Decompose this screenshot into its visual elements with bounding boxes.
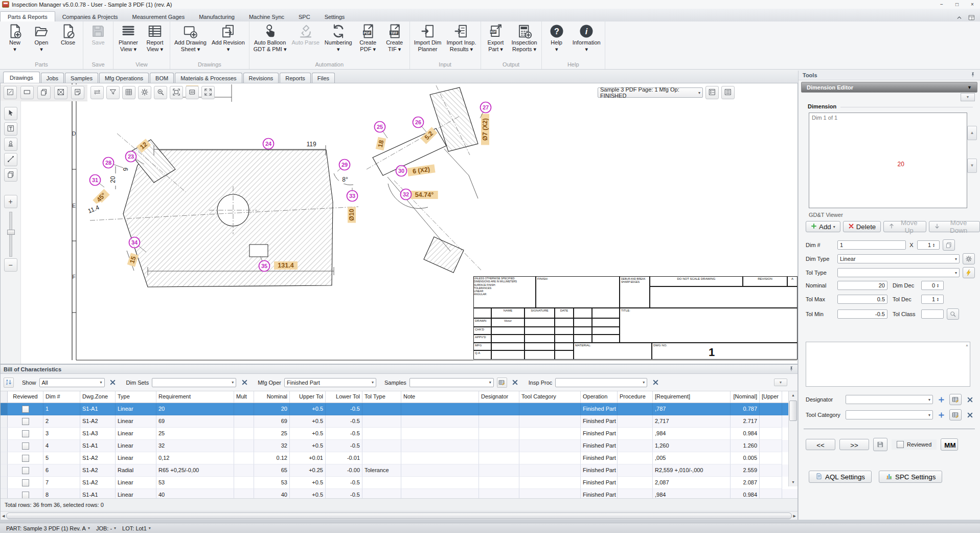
status-part[interactable]: PART: Sample 3 PDF (1) Rev. A▾	[4, 525, 92, 531]
tab-revisions[interactable]: Revisions	[243, 73, 279, 83]
clear-inspproc-filter-icon[interactable]	[650, 377, 660, 388]
column-header-procedure[interactable]: Procedure	[618, 391, 653, 403]
previous-dim-button[interactable]: <<	[806, 439, 835, 450]
reviewed-checkbox[interactable]	[22, 430, 29, 437]
column-header-nominal[interactable]: [Nominal]	[731, 391, 760, 403]
nominal-input[interactable]	[837, 281, 887, 290]
preview-scroll-down-button[interactable]: ▼	[967, 159, 977, 173]
show-filter-combo[interactable]: All▾	[39, 378, 105, 387]
reviewed-checkbox[interactable]	[22, 442, 29, 450]
column-header-designator[interactable]: Designator	[479, 391, 519, 403]
scroll-down-icon[interactable]: ▼	[791, 478, 795, 486]
auto-balloon-gdt-pmi-button[interactable]: Auto Balloon GDT & PMI ▾	[251, 22, 289, 61]
reviewed-checkbox[interactable]	[22, 455, 29, 462]
balloon-24[interactable]: 24	[263, 139, 274, 149]
tool-category-combo[interactable]: ▾	[846, 410, 933, 419]
delete-region-button[interactable]	[54, 86, 67, 99]
menu-tab-measurement-gages[interactable]: Measurement Gages	[125, 12, 192, 21]
select-button[interactable]	[4, 107, 17, 120]
duplicate-dim-button[interactable]	[943, 239, 955, 251]
numbering-button[interactable]: Numbering ▾	[322, 22, 355, 61]
pin-icon[interactable]	[788, 366, 794, 373]
designator-list-button[interactable]	[949, 394, 962, 405]
dimension-notes-box[interactable]: ▲	[806, 342, 970, 387]
menu-tab-parts-reports[interactable]: Parts & Reports	[0, 11, 55, 22]
tol-max-input[interactable]	[837, 295, 887, 304]
samples-grid-button[interactable]	[497, 377, 507, 388]
dimsets-filter-combo[interactable]: ▾	[152, 378, 236, 387]
tol-min-input[interactable]	[837, 309, 887, 319]
stamp-button[interactable]	[4, 138, 17, 151]
dim-type-settings-button[interactable]	[963, 253, 975, 264]
dim-mult-stepper[interactable]: 1▲▼	[917, 240, 940, 250]
save-dim-button[interactable]	[873, 438, 887, 451]
zoom-slider[interactable]	[9, 212, 12, 257]
scroll-right-icon[interactable]: ▶	[793, 514, 796, 518]
fit-page-button[interactable]	[170, 86, 183, 99]
tab-jobs[interactable]: Jobs	[41, 73, 64, 83]
grid-button[interactable]	[122, 86, 135, 99]
fullscreen-button[interactable]	[201, 86, 215, 99]
information-button[interactable]: iInformation ▾	[570, 22, 603, 61]
dimension-editor-header[interactable]: Dimension Editor▼	[801, 82, 977, 93]
table-row[interactable]: 4S1-A1Linear3232+0.5-0.5Finished Part1,2…	[1, 440, 797, 452]
samples-filter-combo[interactable]: ▾	[409, 378, 494, 387]
report-view-button[interactable]: Report View ▾	[142, 22, 168, 61]
units-mm-button[interactable]: MM	[941, 438, 958, 451]
column-header-tool-category[interactable]: Tool Category	[519, 391, 581, 403]
tol-class-search-button[interactable]	[947, 308, 959, 320]
table-row[interactable]: 1S1-A1Linear2020+0.5-0.5Finished Part,78…	[1, 403, 797, 415]
status-job[interactable]: JOB: -▾	[94, 525, 118, 531]
table-row[interactable]: 8S1-A1Linear4040+0.5-0.5Finished Part,98…	[1, 489, 797, 498]
balloon-27[interactable]: 27	[481, 102, 491, 113]
column-header-dwg-zone[interactable]: Dwg.Zone	[80, 391, 116, 403]
crop-button[interactable]	[4, 86, 17, 99]
tab-files[interactable]: Files	[312, 73, 335, 83]
tol-auto-button[interactable]	[963, 267, 975, 278]
table-row[interactable]: 5S1-A2Linear0,120.12+0.01-0.01Finished P…	[1, 452, 797, 464]
status-lot[interactable]: LOT: Lot1▾	[120, 525, 153, 531]
inspproc-filter-combo[interactable]: ▾	[555, 378, 647, 387]
column-header-reviewed[interactable]: Reviewed	[8, 391, 43, 403]
balloon-34[interactable]: 34	[129, 237, 140, 248]
inspection-reports-button[interactable]: Inspection Reports ▾	[509, 22, 540, 61]
page-selector[interactable]: Sample 3 PDF Page: 1 Mfg Op: FINISHED▾	[598, 87, 703, 98]
zoom-slider-handle[interactable]	[7, 230, 15, 235]
restore-button[interactable]: □	[949, 1, 965, 9]
draw-rect-button[interactable]	[20, 86, 34, 99]
balloon-23[interactable]: 23	[126, 151, 136, 162]
details-button[interactable]	[721, 86, 735, 99]
open-button[interactable]: Open ▾	[28, 22, 55, 61]
dim-type-combo[interactable]: Linear▾	[837, 254, 960, 263]
column-header-nominal[interactable]: Nominal	[254, 391, 290, 403]
mfgoper-filter-combo[interactable]: Finished Part▾	[284, 378, 376, 387]
add-revision-button[interactable]: Add Revision ▾	[209, 22, 247, 61]
fit-width-button[interactable]	[186, 86, 199, 99]
column-header-requirement[interactable]: Requirement	[156, 391, 234, 403]
export-part-button[interactable]: XDFExport Part ▾	[483, 22, 509, 61]
dimension-preview[interactable]: Dim 1 of 1 20	[809, 113, 967, 208]
column-header-type[interactable]: Type	[116, 391, 156, 403]
import-insp-results-button[interactable]: Import Insp. Results ▾	[444, 22, 478, 61]
column-header-requirement[interactable]: [Requirement]	[653, 391, 731, 403]
tab-bom[interactable]: BOM	[150, 73, 174, 83]
clear-designator-icon[interactable]	[965, 394, 975, 405]
duplicate-button[interactable]	[4, 168, 17, 182]
menu-tab-settings[interactable]: Settings	[317, 12, 352, 21]
tab-mfg-operations[interactable]: Mfg Operations	[99, 73, 149, 83]
menu-tab-machine-sync[interactable]: Machine Sync	[242, 12, 291, 21]
line-tool-button[interactable]	[4, 153, 17, 166]
column-header-tol-type[interactable]: Tol Type	[362, 391, 401, 403]
dim-dec-stepper[interactable]: 0▲▼	[921, 281, 944, 290]
tab-samples[interactable]: Samples	[65, 73, 98, 83]
reviewed-checkbox[interactable]	[22, 406, 29, 413]
aql-settings-button[interactable]: AQL Settings	[809, 471, 872, 483]
balloon-28[interactable]: 28	[103, 158, 114, 168]
tol-class-input[interactable]	[921, 309, 944, 319]
balloon-29[interactable]: 29	[339, 160, 350, 170]
thumbnails-button[interactable]	[705, 86, 719, 99]
new-button[interactable]: New ▾	[2, 22, 28, 61]
column-header-upper[interactable]: [Upper	[760, 391, 782, 403]
add-tool-category-icon[interactable]	[936, 410, 946, 420]
column-header-operation[interactable]: Operation	[581, 391, 618, 403]
